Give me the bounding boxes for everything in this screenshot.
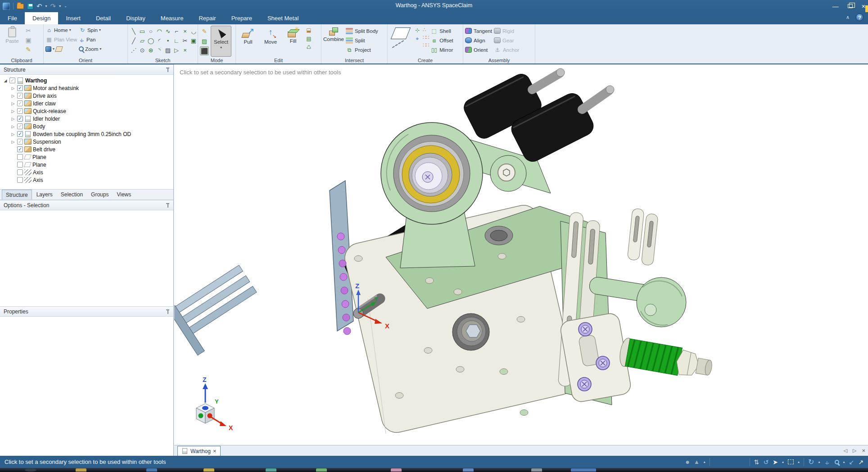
pin-icon[interactable]	[166, 309, 170, 314]
pan-button[interactable]: Pan	[79, 35, 101, 44]
minimize-button[interactable]: —	[832, 3, 839, 9]
taskbar-app-icon[interactable]	[531, 468, 542, 472]
visibility-checkbox[interactable]	[17, 139, 23, 145]
taskbar-app-icon[interactable]	[203, 468, 214, 472]
tangent-button[interactable]: Tangent	[465, 27, 492, 35]
move-button[interactable]: ↑ Move	[260, 26, 281, 57]
morph-icon[interactable]: ♺	[305, 44, 312, 51]
taskbar-active-app[interactable]	[571, 468, 596, 472]
split-body-button[interactable]: Split Body	[346, 27, 378, 35]
origin-axes-icon[interactable]: ⌖	[414, 35, 421, 42]
close-document-icon[interactable]: ×	[213, 448, 217, 454]
tab-prepare[interactable]: Prepare	[224, 12, 260, 24]
visibility-checkbox[interactable]	[17, 131, 23, 137]
snap-sphere-icon[interactable]: ●	[685, 458, 690, 466]
copy-icon[interactable]: ▣	[24, 36, 32, 44]
mirror-button[interactable]: ▯▯ Mirror	[430, 45, 453, 54]
zoom-out-arrow-icon[interactable]: ↙	[849, 458, 854, 466]
pull-button[interactable]: ↗ Pull	[238, 26, 258, 57]
select-button[interactable]: Select ▾	[211, 26, 231, 57]
visibility-checkbox[interactable]	[17, 162, 23, 168]
close-button[interactable]: ×	[862, 3, 865, 9]
plan-view-button[interactable]: ▦ Plan View	[45, 35, 77, 44]
pin-icon[interactable]	[166, 68, 170, 73]
visibility-checkbox[interactable]	[17, 169, 23, 175]
tree-item-warthog[interactable]: Warthog	[3, 77, 173, 84]
scroll-tabs-right-icon[interactable]: ▷	[853, 448, 856, 454]
scroll-tabs-left-icon[interactable]: ◁	[843, 448, 847, 454]
orient-button[interactable]: Orient	[465, 45, 492, 54]
expand-arrow-icon[interactable]	[10, 132, 16, 136]
zoom-button[interactable]: Zoom▾	[79, 45, 101, 53]
combine-button[interactable]: Combine	[323, 26, 344, 57]
select-cursor-icon[interactable]: ➤	[773, 458, 778, 466]
tree-item-axis-2[interactable]: Axis	[3, 176, 173, 184]
circular-pattern-icon[interactable]: ∴	[423, 27, 429, 33]
sketch-construction-line-icon[interactable]: ⋰	[130, 45, 138, 54]
drive-pulley[interactable]	[452, 313, 489, 350]
tree-item-plane-2[interactable]: Plane	[3, 161, 173, 168]
plane-tool-icon[interactable]	[391, 27, 411, 39]
sketch-move-sketch-icon[interactable]: ▷	[172, 45, 181, 54]
sketch-split-curve-icon[interactable]: ✂	[181, 36, 189, 45]
sketch-trim-away-icon[interactable]: ×	[181, 27, 189, 36]
linear-pattern-icon[interactable]: ∷∷	[423, 34, 429, 41]
box-select-dropdown-caret[interactable]: ▴	[798, 460, 800, 464]
adjust-face-icon[interactable]: ▤	[305, 35, 312, 42]
panel-tab-views[interactable]: Views	[113, 190, 135, 200]
tree-item-quick-release[interactable]: Quick-release	[3, 107, 173, 115]
tab-insert[interactable]: Insert	[58, 12, 88, 24]
collapse-ribbon-icon[interactable]: ∧	[846, 14, 850, 20]
tab-file[interactable]: File	[0, 12, 25, 24]
model-viewport[interactable]: Z Y X Z Y X	[174, 64, 868, 445]
panel-tab-selection[interactable]: Selection	[57, 190, 86, 200]
spin-dropdown-caret[interactable]: ▴	[818, 460, 820, 464]
shell-button[interactable]: ⬚ Shell	[430, 27, 453, 35]
restore-button[interactable]	[848, 4, 853, 8]
visibility-checkbox[interactable]	[9, 77, 15, 83]
tree-item-idler-claw[interactable]: Idler claw	[3, 100, 173, 107]
expand-arrow-icon[interactable]	[10, 109, 16, 113]
tab-measure[interactable]: Measure	[153, 12, 191, 24]
tree-item-plane-1[interactable]: Plane	[3, 153, 173, 161]
visibility-checkbox[interactable]	[17, 93, 23, 99]
point-tool-icon[interactable]: ⊹	[414, 27, 421, 34]
document-tab-warthog[interactable]: Warthog ×	[177, 446, 221, 456]
spin-button[interactable]: ↻ Spin▾	[79, 26, 101, 34]
tree-item-body[interactable]: Body	[3, 123, 173, 130]
cad-model-warthog[interactable]: Z Y X Z Y X	[174, 64, 868, 445]
taskbar-app-icon[interactable]	[76, 468, 86, 472]
visibility-checkbox[interactable]	[17, 100, 23, 106]
tab-design[interactable]: Design	[25, 12, 58, 24]
quick-release-tabs[interactable]	[627, 208, 658, 265]
visibility-checkbox[interactable]	[17, 154, 23, 160]
panel-tab-layers[interactable]: Layers	[33, 190, 56, 200]
sketch-ellipse-icon[interactable]: ◯	[147, 36, 155, 45]
tab-sheet-metal[interactable]: Sheet Metal	[260, 12, 306, 24]
panel-tab-groups[interactable]: Groups	[87, 190, 112, 200]
pan-tool-icon[interactable]	[824, 459, 831, 465]
sketch-fill-region-icon[interactable]: ▨	[164, 45, 172, 54]
panel-tab-structure[interactable]: Structure	[2, 190, 32, 200]
sketch-spline-icon[interactable]: ∿	[164, 27, 172, 36]
sketch-sweep-arc-icon[interactable]: ◜	[155, 36, 163, 45]
visibility-checkbox[interactable]	[17, 85, 23, 91]
taskbar-app-icon[interactable]	[316, 468, 327, 472]
zoom-extents-arrow-icon[interactable]: ↗	[858, 458, 863, 466]
visibility-checkbox[interactable]	[17, 146, 23, 152]
offset-button[interactable]: ⧈ Offset	[430, 36, 453, 45]
axis-tool-icon[interactable]	[392, 40, 404, 48]
tree-item-axis-1[interactable]: Axis	[3, 168, 173, 176]
split-button[interactable]: Split	[346, 36, 378, 45]
sketch-circle-diameter-icon[interactable]: ⊙	[138, 45, 146, 54]
visibility-checkbox[interactable]	[17, 108, 23, 114]
zoom-tool-icon[interactable]	[835, 460, 839, 464]
tab-detail[interactable]: Detail	[88, 12, 118, 24]
anchor-button[interactable]: ⚓ Anchor	[494, 45, 519, 54]
tab-repair[interactable]: Repair	[191, 12, 223, 24]
previous-selection-icon[interactable]: ↺	[764, 458, 769, 466]
tree-item-bowden-tube-coupling[interactable]: Bowden tube coupling 3mm 0.25inch OD	[3, 130, 173, 138]
fill-button[interactable]: ✳ Fill	[283, 26, 303, 57]
tree-item-belt-drive[interactable]: Belt drive	[3, 145, 173, 153]
sketch-point-icon[interactable]: •	[164, 36, 172, 45]
